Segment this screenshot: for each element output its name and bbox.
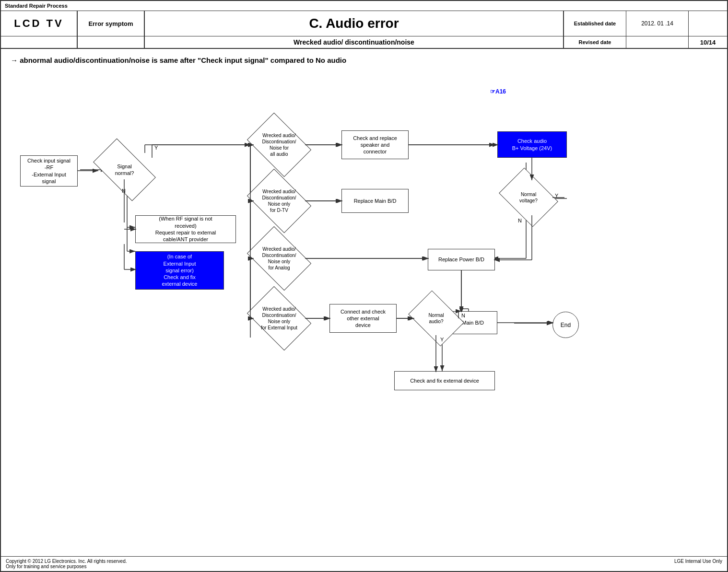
footer: Copyright © 2012 LG Electronics. Inc. Al…: [1, 556, 727, 571]
wrecked-analog-diamond: Wrecked audio/ Discontinuation/ Noise on…: [253, 239, 305, 278]
page-number: 10/14: [700, 39, 716, 46]
check-replace-speaker-box: Check and replace speaker and connector: [341, 130, 409, 159]
rf-not-received-box: (When RF signal is not received) Request…: [135, 215, 236, 243]
page-cell-top: [689, 11, 727, 36]
footer-left-line1: Copyright © 2012 LG Electronics. Inc. Al…: [6, 559, 127, 564]
error-symptom-cell: Error symptom: [78, 11, 145, 36]
main-content: → abnormal audio/discontinuation/noise i…: [1, 49, 727, 556]
subtitle: Wrecked audio/ discontinuation/noise: [294, 38, 414, 46]
voltage-y-label: Y: [555, 193, 558, 198]
header-row1: LCD TV Error symptom C. Audio error Esta…: [1, 11, 727, 36]
wrecked-all-diamond: Wrecked audio/ Discontinuation/ Noise fo…: [253, 126, 305, 164]
signal-y-label: Y: [154, 145, 158, 151]
wrecked-external-diamond: Wrecked audio/ Discontinuation/ Noise on…: [253, 299, 305, 338]
check-audio-b-plus-box: Check audio B+ Voltage (24V): [497, 131, 567, 158]
flow-description: → abnormal audio/discontinuation/noise i…: [11, 56, 717, 64]
header-row2: Wrecked audio/ discontinuation/noise Rev…: [1, 36, 727, 48]
normal-audio-diamond: Normal audio?: [413, 302, 459, 335]
revised-date-cell: [626, 36, 689, 48]
flowchart: ☞A16 Check input signal -RF -External In…: [11, 74, 717, 505]
page-number-cell: 10/14: [689, 36, 727, 48]
lcd-tv-spacer: [1, 36, 78, 48]
connect-check-ext-box: Connect and check other external device: [329, 304, 397, 333]
page-container: Standard Repair Process LCD TV Error sym…: [0, 0, 728, 572]
process-title: Standard Repair Process: [5, 3, 68, 9]
footer-left-line2: Only for training and service purposes: [6, 564, 127, 569]
external-input-error-box: (In case of External Input signal error)…: [135, 251, 224, 290]
established-label: Established date: [574, 21, 616, 26]
audio-y-label: Y: [440, 337, 444, 342]
footer-right: LGE Internal Use Only: [674, 559, 722, 569]
established-label-cell: Established date: [564, 11, 626, 36]
audio-n-label: N: [461, 313, 465, 318]
replace-power-bd-box: Replace Power B/D: [428, 249, 495, 270]
doc-title-bar: Standard Repair Process: [1, 1, 727, 11]
signal-n-label: N: [122, 188, 126, 194]
main-title-cell: C. Audio error: [145, 11, 564, 36]
replace-main-bd-1-box: Replace Main B/D: [341, 189, 409, 213]
check-input-box: Check input signal -RF -External Input s…: [20, 155, 78, 187]
device-label: LCD TV: [14, 17, 63, 30]
established-date-cell: 2012. 01 .14: [626, 11, 689, 36]
revised-label: Revised date: [579, 39, 611, 45]
revised-label-cell: Revised date: [564, 36, 626, 48]
error-symptom-label: Error symptom: [88, 20, 133, 27]
end-circle: End: [552, 312, 579, 338]
symptom-spacer: [78, 36, 145, 48]
normal-voltage-diamond: Normal voltage?: [505, 179, 552, 215]
header: Standard Repair Process LCD TV Error sym…: [1, 1, 727, 49]
signal-normal-diamond: Signal normal?: [97, 153, 152, 187]
wrecked-dtv-diamond: Wrecked audio/ Discontinuation/ Noise on…: [253, 182, 305, 220]
main-title: C. Audio error: [309, 16, 399, 31]
footer-left: Copyright © 2012 LG Electronics. Inc. Al…: [6, 559, 127, 569]
check-fix-external-box: Check and fix external device: [394, 371, 495, 390]
a16-reference: ☞A16: [490, 88, 506, 95]
voltage-n-label: N: [518, 218, 522, 223]
established-date: 2012. 01 .14: [641, 20, 673, 27]
device-cell: LCD TV: [1, 11, 78, 36]
subtitle-cell: Wrecked audio/ discontinuation/noise: [145, 36, 564, 48]
